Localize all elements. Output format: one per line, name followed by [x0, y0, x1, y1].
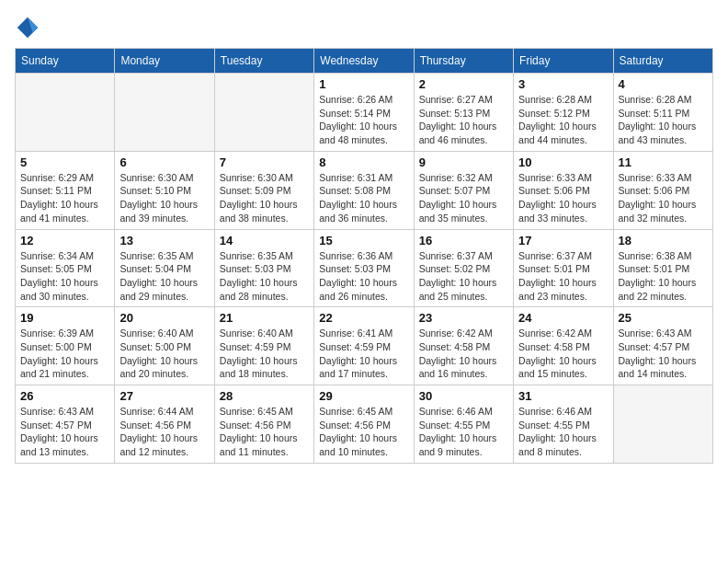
calendar-cell	[115, 74, 214, 152]
calendar-cell: 24Sunrise: 6:42 AMSunset: 4:58 PMDayligh…	[514, 307, 613, 385]
calendar-cell: 18Sunrise: 6:38 AMSunset: 5:01 PMDayligh…	[613, 229, 712, 307]
day-info: Sunrise: 6:43 AMSunset: 4:57 PMDaylight:…	[619, 327, 708, 381]
page-header	[15, 15, 713, 40]
calendar-cell: 19Sunrise: 6:39 AMSunset: 5:00 PMDayligh…	[16, 307, 115, 385]
weekday-header-sunday: Sunday	[16, 49, 115, 74]
day-number: 28	[220, 389, 309, 403]
day-info: Sunrise: 6:33 AMSunset: 5:06 PMDaylight:…	[518, 171, 608, 225]
day-info: Sunrise: 6:28 AMSunset: 5:11 PMDaylight:…	[619, 93, 708, 147]
day-number: 2	[419, 77, 508, 91]
calendar-cell: 6Sunrise: 6:30 AMSunset: 5:10 PMDaylight…	[115, 151, 214, 229]
calendar-cell: 21Sunrise: 6:40 AMSunset: 4:59 PMDayligh…	[214, 307, 313, 385]
day-number: 23	[419, 311, 508, 325]
day-info: Sunrise: 6:38 AMSunset: 5:01 PMDaylight:…	[619, 249, 708, 304]
day-number: 27	[119, 389, 209, 403]
day-number: 5	[20, 155, 109, 169]
calendar-cell: 29Sunrise: 6:45 AMSunset: 4:56 PMDayligh…	[314, 385, 414, 464]
calendar-week-row: 19Sunrise: 6:39 AMSunset: 5:00 PMDayligh…	[16, 307, 713, 385]
day-number: 20	[119, 311, 209, 325]
calendar-cell: 20Sunrise: 6:40 AMSunset: 5:00 PMDayligh…	[115, 307, 214, 385]
day-info: Sunrise: 6:40 AMSunset: 5:00 PMDaylight:…	[119, 327, 209, 381]
calendar-week-row: 5Sunrise: 6:29 AMSunset: 5:11 PMDaylight…	[16, 151, 713, 229]
day-info: Sunrise: 6:41 AMSunset: 4:59 PMDaylight:…	[319, 327, 408, 381]
day-info: Sunrise: 6:35 AMSunset: 5:04 PMDaylight:…	[119, 249, 209, 304]
day-info: Sunrise: 6:40 AMSunset: 4:59 PMDaylight:…	[220, 327, 309, 381]
day-info: Sunrise: 6:30 AMSunset: 5:10 PMDaylight:…	[119, 171, 209, 225]
day-info: Sunrise: 6:26 AMSunset: 5:14 PMDaylight:…	[319, 93, 408, 147]
day-number: 19	[20, 311, 109, 325]
calendar-cell: 7Sunrise: 6:30 AMSunset: 5:09 PMDaylight…	[214, 151, 313, 229]
day-number: 6	[119, 155, 209, 169]
day-info: Sunrise: 6:37 AMSunset: 5:02 PMDaylight:…	[419, 249, 508, 304]
calendar-cell: 11Sunrise: 6:33 AMSunset: 5:06 PMDayligh…	[613, 151, 712, 229]
calendar-cell	[214, 74, 313, 152]
day-number: 30	[419, 389, 508, 403]
day-info: Sunrise: 6:39 AMSunset: 5:00 PMDaylight:…	[20, 327, 109, 381]
weekday-header-friday: Friday	[514, 49, 613, 74]
weekday-header-wednesday: Wednesday	[314, 49, 414, 74]
day-number: 9	[419, 155, 508, 169]
day-number: 24	[518, 311, 608, 325]
day-number: 26	[20, 389, 109, 403]
calendar-week-row: 12Sunrise: 6:34 AMSunset: 5:05 PMDayligh…	[16, 229, 713, 307]
day-info: Sunrise: 6:33 AMSunset: 5:06 PMDaylight:…	[619, 171, 708, 225]
day-number: 8	[319, 155, 408, 169]
day-number: 25	[619, 311, 708, 325]
calendar-cell	[16, 74, 115, 152]
day-number: 16	[419, 234, 508, 247]
day-number: 17	[518, 234, 608, 247]
calendar-cell: 3Sunrise: 6:28 AMSunset: 5:12 PMDaylight…	[514, 74, 613, 152]
calendar-cell: 17Sunrise: 6:37 AMSunset: 5:01 PMDayligh…	[514, 229, 613, 307]
calendar-cell: 23Sunrise: 6:42 AMSunset: 4:58 PMDayligh…	[414, 307, 513, 385]
day-info: Sunrise: 6:34 AMSunset: 5:05 PMDaylight:…	[20, 249, 109, 304]
calendar-week-row: 1Sunrise: 6:26 AMSunset: 5:14 PMDaylight…	[16, 74, 713, 152]
calendar-cell: 22Sunrise: 6:41 AMSunset: 4:59 PMDayligh…	[314, 307, 414, 385]
calendar-cell: 1Sunrise: 6:26 AMSunset: 5:14 PMDaylight…	[314, 74, 414, 152]
calendar-cell: 15Sunrise: 6:36 AMSunset: 5:03 PMDayligh…	[314, 229, 414, 307]
day-number: 11	[619, 155, 708, 169]
day-info: Sunrise: 6:32 AMSunset: 5:07 PMDaylight:…	[419, 171, 508, 225]
calendar-cell: 14Sunrise: 6:35 AMSunset: 5:03 PMDayligh…	[214, 229, 313, 307]
day-info: Sunrise: 6:35 AMSunset: 5:03 PMDaylight:…	[220, 249, 309, 304]
calendar-table: SundayMondayTuesdayWednesdayThursdayFrid…	[15, 48, 713, 464]
day-number: 1	[319, 77, 408, 91]
logo-icon	[15, 15, 40, 40]
weekday-header-thursday: Thursday	[414, 49, 513, 74]
day-info: Sunrise: 6:29 AMSunset: 5:11 PMDaylight:…	[20, 171, 109, 225]
weekday-header-monday: Monday	[115, 49, 214, 74]
day-info: Sunrise: 6:31 AMSunset: 5:08 PMDaylight:…	[319, 171, 408, 225]
calendar-cell: 31Sunrise: 6:46 AMSunset: 4:55 PMDayligh…	[514, 385, 613, 464]
calendar-cell: 16Sunrise: 6:37 AMSunset: 5:02 PMDayligh…	[414, 229, 513, 307]
calendar-cell: 28Sunrise: 6:45 AMSunset: 4:56 PMDayligh…	[214, 385, 313, 464]
day-info: Sunrise: 6:43 AMSunset: 4:57 PMDaylight:…	[20, 405, 109, 459]
calendar-cell: 5Sunrise: 6:29 AMSunset: 5:11 PMDaylight…	[16, 151, 115, 229]
calendar-cell: 27Sunrise: 6:44 AMSunset: 4:56 PMDayligh…	[115, 385, 214, 464]
day-number: 10	[518, 155, 608, 169]
calendar-week-row: 26Sunrise: 6:43 AMSunset: 4:57 PMDayligh…	[16, 385, 713, 464]
day-number: 22	[319, 311, 408, 325]
logo	[15, 15, 44, 40]
weekday-header-saturday: Saturday	[613, 49, 712, 74]
day-number: 18	[619, 234, 708, 247]
day-info: Sunrise: 6:42 AMSunset: 4:58 PMDaylight:…	[518, 327, 608, 381]
day-info: Sunrise: 6:30 AMSunset: 5:09 PMDaylight:…	[220, 171, 309, 225]
calendar-cell: 12Sunrise: 6:34 AMSunset: 5:05 PMDayligh…	[16, 229, 115, 307]
calendar-cell: 30Sunrise: 6:46 AMSunset: 4:55 PMDayligh…	[414, 385, 513, 464]
day-number: 14	[220, 234, 309, 247]
day-info: Sunrise: 6:27 AMSunset: 5:13 PMDaylight:…	[419, 93, 508, 147]
day-info: Sunrise: 6:46 AMSunset: 4:55 PMDaylight:…	[419, 405, 508, 459]
day-info: Sunrise: 6:37 AMSunset: 5:01 PMDaylight:…	[518, 249, 608, 304]
day-number: 3	[518, 77, 608, 91]
day-number: 4	[619, 77, 708, 91]
day-number: 31	[518, 389, 608, 403]
day-number: 7	[220, 155, 309, 169]
day-info: Sunrise: 6:36 AMSunset: 5:03 PMDaylight:…	[319, 249, 408, 304]
day-info: Sunrise: 6:44 AMSunset: 4:56 PMDaylight:…	[119, 405, 209, 459]
day-number: 13	[119, 234, 209, 247]
calendar-cell: 13Sunrise: 6:35 AMSunset: 5:04 PMDayligh…	[115, 229, 214, 307]
weekday-header-row: SundayMondayTuesdayWednesdayThursdayFrid…	[16, 49, 713, 74]
calendar-cell: 25Sunrise: 6:43 AMSunset: 4:57 PMDayligh…	[613, 307, 712, 385]
day-info: Sunrise: 6:45 AMSunset: 4:56 PMDaylight:…	[319, 405, 408, 459]
day-info: Sunrise: 6:45 AMSunset: 4:56 PMDaylight:…	[220, 405, 309, 459]
calendar-cell: 4Sunrise: 6:28 AMSunset: 5:11 PMDaylight…	[613, 74, 712, 152]
